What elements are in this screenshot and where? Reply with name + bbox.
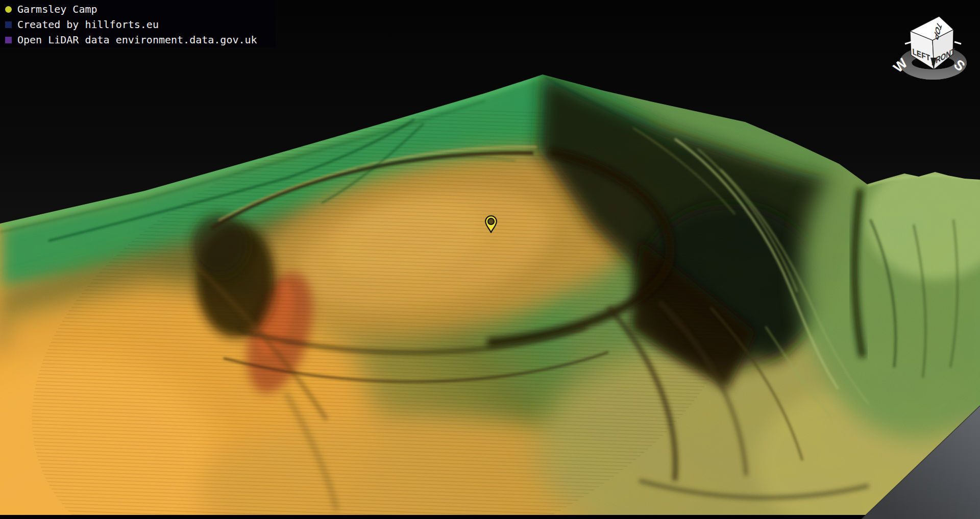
legend-item-label: Created by hillforts.eu bbox=[17, 18, 159, 31]
legend-item-label: Garmsley Camp bbox=[17, 3, 97, 15]
navigation-cube[interactable]: TOP LEFT FRONT W S bbox=[890, 9, 980, 86]
terrain-surface bbox=[0, 0, 980, 519]
site-marker-swatch bbox=[5, 6, 12, 13]
legend-item: Created by hillforts.eu bbox=[5, 17, 276, 32]
data-source-swatch bbox=[5, 37, 12, 43]
legend-item: Open LiDAR data environment.data.gov.uk bbox=[5, 32, 276, 47]
legend-panel: Garmsley Camp Created by hillforts.eu Op… bbox=[0, 0, 276, 47]
bottom-letterbox-bar bbox=[0, 515, 980, 519]
credit-swatch bbox=[5, 21, 12, 28]
lidar-3d-viewport[interactable]: Garmsley Camp Created by hillforts.eu Op… bbox=[0, 0, 980, 519]
terrain-render[interactable] bbox=[0, 0, 980, 519]
pin-hole bbox=[488, 218, 494, 225]
legend-item: Garmsley Camp bbox=[5, 2, 276, 17]
site-marker-pin[interactable] bbox=[484, 215, 498, 233]
ring-tick-east-icon bbox=[954, 42, 961, 44]
legend-item-label: Open LiDAR data environment.data.gov.uk bbox=[17, 34, 257, 46]
